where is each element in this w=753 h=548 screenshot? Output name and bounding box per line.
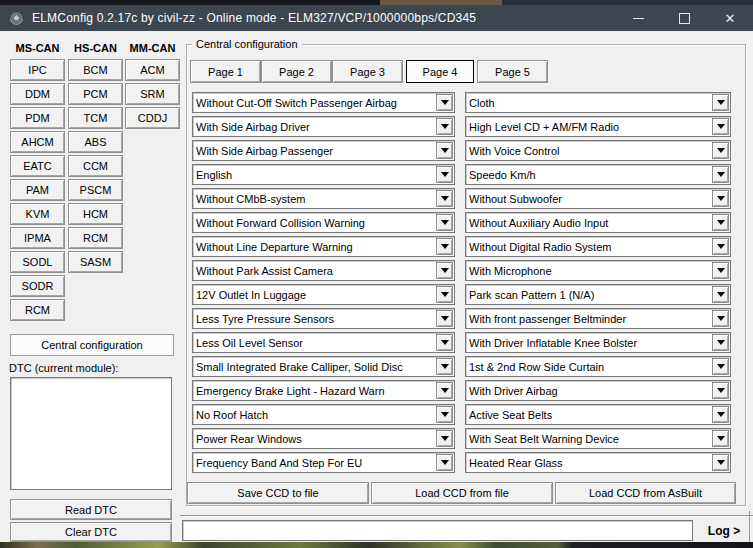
chevron-down-icon[interactable] [436,454,453,471]
chevron-down-icon[interactable] [712,94,729,111]
module-button-tcm[interactable]: TCM [68,107,123,129]
dropdown-seat-belt-warning[interactable]: With Seat Belt Warning Device [465,428,731,449]
chevron-down-icon[interactable] [436,406,453,423]
dropdown-beltminder[interactable]: With front passenger Beltminder [465,308,731,329]
dropdown-park-assist-camera[interactable]: Without Park Assist Camera [192,260,455,281]
dropdown-radio-type[interactable]: High Level CD + AM/FM Radio [465,116,731,137]
chevron-down-icon[interactable] [436,190,453,207]
chevron-down-icon[interactable] [436,262,453,279]
maximize-button[interactable] [661,5,707,31]
module-button-acm[interactable]: ACM [125,59,180,81]
dropdown-power-rear-windows[interactable]: Power Rear Windows [192,428,455,449]
module-button-sasm[interactable]: SASM [68,251,123,273]
dropdown-side-airbag-driver[interactable]: With Side Airbag Driver [192,116,455,137]
dropdown-seat-material[interactable]: Cloth [465,92,731,113]
command-input[interactable] [182,520,693,541]
dropdown-seat-belts[interactable]: Active Seat Belts [465,404,731,425]
module-button-sodl[interactable]: SODL [10,251,65,273]
chevron-down-icon[interactable] [712,262,729,279]
read-dtc-button[interactable]: Read DTC [10,499,172,520]
dropdown-12v-outlet[interactable]: 12V Outlet In Luggage [192,284,455,305]
dropdown-heated-rear-glass[interactable]: Heated Rear Glass [465,452,731,473]
dropdown-driver-airbag[interactable]: With Driver Airbag [465,380,731,401]
chevron-down-icon[interactable] [712,334,729,351]
chevron-down-icon[interactable] [436,334,453,351]
tab-page-5[interactable]: Page 5 [477,60,548,83]
load-ccd-asbuilt-button[interactable]: Load CCD from AsBuilt [555,482,736,504]
tab-page-4-active[interactable]: Page 4 [406,60,474,83]
chevron-down-icon[interactable] [712,406,729,423]
dropdown-oil-level-sensor[interactable]: Less Oil Level Sensor [192,332,455,353]
dropdown-speedo-units[interactable]: Speedo Km/h [465,164,731,185]
module-button-ahcm[interactable]: AHCM [10,131,65,153]
chevron-down-icon[interactable] [712,118,729,135]
dtc-list[interactable] [10,377,172,490]
chevron-down-icon[interactable] [712,310,729,327]
chevron-down-icon[interactable] [436,238,453,255]
dropdown-park-scan-pattern[interactable]: Park scan Pattern 1 (N/A) [465,284,731,305]
dropdown-cmbb-system[interactable]: Without CMbB-system [192,188,455,209]
module-button-hcm[interactable]: HCM [68,203,123,225]
module-button-kvm[interactable]: KVM [10,203,65,225]
central-configuration-view-button[interactable]: Central configuration [10,334,174,356]
module-button-cddj[interactable]: CDDJ [125,107,180,129]
dropdown-brake-calliper[interactable]: Small Integrated Brake Calliper, Solid D… [192,356,455,377]
dropdown-frequency-band[interactable]: Frequency Band And Step For EU [192,452,455,473]
chevron-down-icon[interactable] [436,358,453,375]
dropdown-subwoofer[interactable]: Without Subwoofer [465,188,731,209]
chevron-down-icon[interactable] [712,166,729,183]
chevron-down-icon[interactable] [436,382,453,399]
tab-page-2[interactable]: Page 2 [261,60,332,83]
chevron-down-icon[interactable] [436,286,453,303]
module-button-ddm[interactable]: DDM [10,83,65,105]
module-button-abs[interactable]: ABS [68,131,123,153]
chevron-down-icon[interactable] [712,382,729,399]
chevron-down-icon[interactable] [712,286,729,303]
dropdown-language[interactable]: English [192,164,455,185]
module-button-rcm-hs[interactable]: RCM [68,227,123,249]
dropdown-roof-hatch[interactable]: No Roof Hatch [192,404,455,425]
dropdown-auxiliary-audio[interactable]: Without Auxiliary Audio Input [465,212,731,233]
chevron-down-icon[interactable] [712,214,729,231]
tab-page-1[interactable]: Page 1 [190,60,261,83]
save-ccd-button[interactable]: Save CCD to file [187,482,369,504]
dropdown-voice-control[interactable]: With Voice Control [465,140,731,161]
chevron-down-icon[interactable] [436,166,453,183]
module-button-pdm[interactable]: PDM [10,107,65,129]
module-button-pam[interactable]: PAM [10,179,65,201]
minimize-button[interactable] [615,5,661,31]
module-button-pcm[interactable]: PCM [68,83,123,105]
module-button-ipma[interactable]: IPMA [10,227,65,249]
load-ccd-file-button[interactable]: Load CCD from file [371,482,553,504]
dropdown-microphone[interactable]: With Microphone [465,260,731,281]
dropdown-tyre-pressure-sensors[interactable]: Less Tyre Pressure Sensors [192,308,455,329]
close-button[interactable]: ✕ [707,5,753,31]
clear-dtc-button[interactable]: Clear DTC [10,522,172,542]
module-button-eatc[interactable]: EATC [10,155,65,177]
module-button-bcm[interactable]: BCM [68,59,123,81]
module-button-ipc[interactable]: IPC [10,59,65,81]
dropdown-side-curtain[interactable]: 1st & 2nd Row Side Curtain [465,356,731,377]
chevron-down-icon[interactable] [436,310,453,327]
log-toggle-button[interactable]: Log > [700,520,748,541]
dropdown-forward-collision-warning[interactable]: Without Forward Collision Warning [192,212,455,233]
chevron-down-icon[interactable] [436,94,453,111]
tab-page-3[interactable]: Page 3 [332,60,403,83]
chevron-down-icon[interactable] [712,190,729,207]
dropdown-digital-radio[interactable]: Without Digital Radio System [465,236,731,257]
dropdown-passenger-airbag-cutoff[interactable]: Without Cut-Off Switch Passenger Airbag [192,92,455,113]
module-button-srm[interactable]: SRM [125,83,180,105]
dropdown-knee-bolster[interactable]: With Driver Inflatable Knee Bolster [465,332,731,353]
chevron-down-icon[interactable] [436,142,453,159]
chevron-down-icon[interactable] [712,142,729,159]
chevron-down-icon[interactable] [712,454,729,471]
chevron-down-icon[interactable] [436,118,453,135]
chevron-down-icon[interactable] [712,238,729,255]
dropdown-line-departure-warning[interactable]: Without Line Departure Warning [192,236,455,257]
module-button-sodr[interactable]: SODR [10,275,65,297]
module-button-ccm[interactable]: CCM [68,155,123,177]
dropdown-side-airbag-passenger[interactable]: With Side Airbag Passenger [192,140,455,161]
module-button-pscm[interactable]: PSCM [68,179,123,201]
chevron-down-icon[interactable] [712,430,729,447]
module-button-rcm-ms[interactable]: RCM [10,299,65,321]
